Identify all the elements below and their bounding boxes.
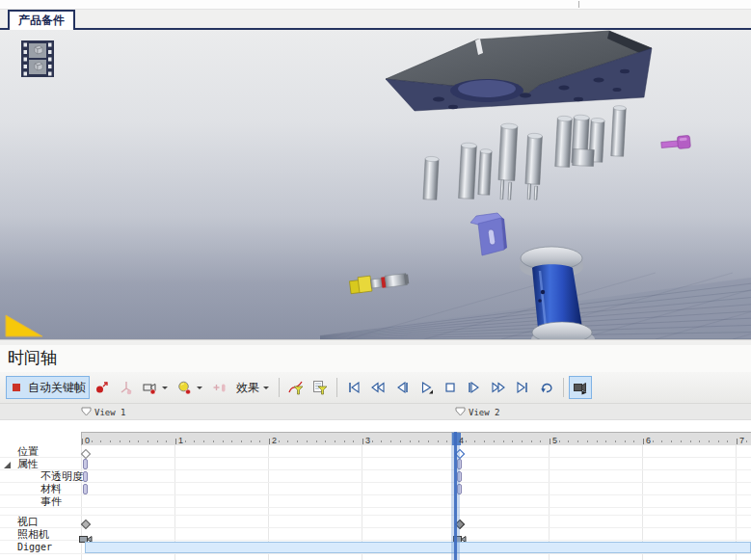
track-row-separator (0, 482, 751, 483)
fast-forward-icon (491, 380, 506, 395)
step-back-button[interactable] (390, 376, 414, 399)
step-forward-icon (467, 380, 482, 395)
svg-text:0: 0 (85, 436, 90, 445)
view-tag-icon (455, 406, 466, 418)
go-to-start-button[interactable] (342, 376, 365, 399)
transform-keyframe-button (115, 376, 138, 399)
track-row-separator (0, 457, 751, 458)
track-row-separator (0, 494, 751, 495)
view-marker-label: View 2 (469, 408, 500, 417)
track-label-opacity[interactable]: 不透明度 (40, 470, 83, 483)
ejector-pin-set[interactable] (423, 105, 627, 200)
timeline-toolbar: 自动关键帧效果 (0, 372, 751, 404)
fast-rewind-icon (370, 380, 386, 395)
view-tag-icon (81, 406, 92, 418)
window-top-strip (0, 0, 751, 10)
stop-icon (443, 380, 458, 395)
view-marker-2[interactable]: View 2 (455, 406, 500, 418)
svg-text:2: 2 (272, 436, 277, 445)
red-square-icon (10, 380, 25, 395)
attach-keyframe-button (208, 376, 231, 399)
skip-to-end-icon (515, 380, 530, 395)
stop-button[interactable] (439, 376, 462, 399)
svg-text:4: 4 (459, 436, 464, 445)
loop-icon (539, 380, 554, 395)
light-keyframe-button[interactable] (174, 376, 207, 399)
keyframe-bar-material[interactable] (457, 484, 462, 494)
mold-plate-part[interactable] (386, 31, 652, 111)
skip-to-start-icon (346, 380, 362, 395)
record-keyframe-icon (94, 380, 110, 395)
view-marker-1[interactable]: View 1 (81, 406, 126, 418)
play-icon (418, 380, 434, 395)
toolbar-separator (279, 378, 280, 397)
track-row-separator (0, 469, 751, 470)
fast-rewind-button[interactable] (366, 376, 389, 399)
svg-text:1: 1 (178, 436, 183, 445)
track-label-digger[interactable]: Digger (17, 541, 52, 553)
toolbar-button-label: 自动关键帧 (28, 380, 86, 396)
record-keyframe-button[interactable] (91, 376, 114, 399)
filter-curves-icon (288, 380, 304, 395)
keyframe-bar-opacity[interactable] (457, 471, 462, 482)
camera-keyframe-icon (143, 380, 158, 395)
track-label-attr[interactable]: 属性 (17, 458, 39, 470)
dropdown-arrow-icon (262, 380, 270, 395)
viewport-3d[interactable] (0, 30, 751, 339)
camera-play-icon (573, 380, 588, 395)
filter-list-button[interactable] (308, 376, 332, 399)
camera-view-playback-button[interactable] (569, 376, 592, 399)
track-label-view[interactable]: 视口 (17, 516, 39, 528)
tab-product-parts[interactable]: 产品备件 (8, 10, 75, 30)
timeline-title: 时间轴 (8, 349, 57, 367)
keyframe-bar-attr[interactable] (457, 459, 462, 469)
svg-text:5: 5 (552, 436, 557, 445)
timeline-tracks-area: 位置属性不透明度材料事件视口照相机Digger (0, 445, 751, 560)
auto-keyframe-button[interactable]: 自动关键帧 (6, 376, 90, 399)
track-expander-attr[interactable] (4, 462, 11, 468)
filter-list-icon (312, 380, 328, 395)
playhead[interactable] (454, 432, 457, 560)
svg-text:6: 6 (646, 436, 651, 445)
light-keyframe-icon (177, 380, 193, 395)
play-button[interactable] (415, 376, 438, 399)
track-row-separator (0, 540, 751, 541)
effects-menu-button[interactable]: 效果 (232, 376, 274, 399)
filmstrip-icon[interactable] (21, 40, 54, 77)
digger-range-bar[interactable] (85, 542, 751, 553)
dropdown-arrow-icon (196, 380, 203, 395)
track-label-camera[interactable]: 照相机 (17, 528, 49, 541)
svg-text:3: 3 (365, 436, 370, 445)
step-back-icon (394, 380, 410, 395)
track-label-pos[interactable]: 位置 (17, 445, 39, 458)
track-label-material[interactable]: 材料 (40, 483, 62, 495)
transform-axes-icon (119, 380, 134, 395)
purple-bracket-part[interactable] (470, 213, 507, 255)
top-strip-divider (578, 1, 579, 8)
fast-forward-button[interactable] (487, 376, 510, 399)
viewport-corner-marker (6, 315, 42, 336)
keyframe-bar-attr[interactable] (83, 459, 88, 469)
track-row-separator (0, 515, 751, 516)
step-forward-button[interactable] (463, 376, 486, 399)
exploded-assembly-scene (0, 30, 751, 339)
timeline-panel-header: 时间轴 (0, 345, 751, 372)
filter-curves-button[interactable] (284, 376, 308, 399)
application-window: 产品备件 (0, 0, 751, 560)
attach-keyframe-icon (212, 380, 228, 395)
view-marker-strip: View 1View 2 (0, 404, 751, 420)
camera-keyframe-button[interactable] (139, 376, 173, 399)
loop-playback-button[interactable] (535, 376, 558, 399)
toolbar-button-label: 效果 (236, 380, 259, 396)
track-row-separator (0, 527, 751, 528)
track-row-separator (0, 507, 751, 508)
yellow-sensor-part[interactable] (349, 271, 409, 293)
track-row-separator (0, 553, 751, 554)
go-to-end-button[interactable] (511, 376, 534, 399)
dropdown-arrow-icon (161, 380, 169, 395)
track-label-event[interactable]: 事件 (40, 495, 62, 508)
purple-screw-part[interactable] (660, 135, 690, 150)
keyframe-bar-opacity[interactable] (83, 471, 88, 482)
keyframe-bar-material[interactable] (83, 484, 88, 494)
view-marker-label: View 1 (94, 408, 126, 417)
